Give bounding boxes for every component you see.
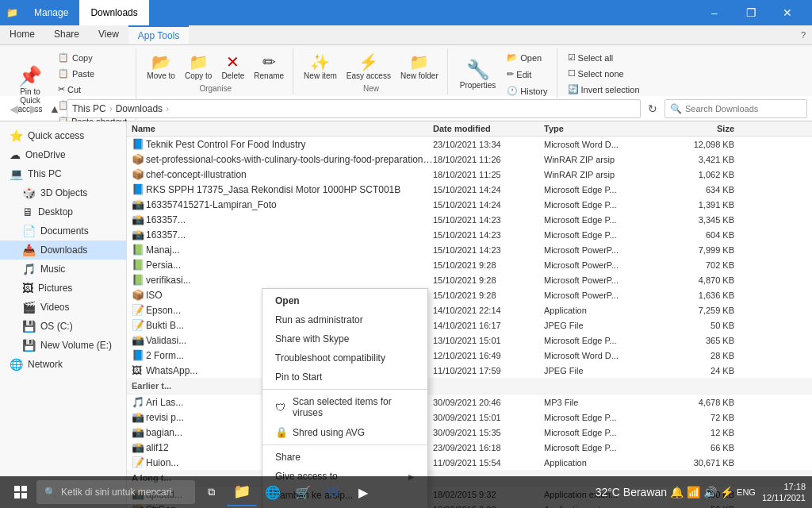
start-button[interactable] (6, 478, 35, 506)
ctx-share[interactable]: Share (262, 448, 427, 467)
taskbar-edge[interactable]: 🌐 (259, 478, 287, 506)
file-type: JPEG File (544, 366, 671, 375)
table-row[interactable]: 📘 RKS SPPH 17375_Jasa Rekondisi Motor 10… (127, 182, 812, 197)
delete-button[interactable]: ✕ Delete (217, 50, 248, 83)
restore-button[interactable]: ❐ (733, 0, 769, 25)
forward-button[interactable]: ▶ (25, 100, 43, 117)
open-button[interactable]: 📂 Open (503, 50, 551, 65)
copy-to-button[interactable]: 📁 Copy to (181, 50, 216, 83)
sidebar-item-onedrive[interactable]: ☁ OneDrive (0, 145, 126, 164)
invert-selection-button[interactable]: 🔄 Invert selection (564, 82, 644, 97)
sidebar-item-documents[interactable]: 📄 Documents (0, 221, 126, 241)
table-row[interactable]: 📸 revisi p... 30/09/2021 15:01 Microsoft… (127, 410, 812, 425)
table-row[interactable]: 📝 Huion... 11/09/2021 15:54 Application … (127, 455, 812, 470)
copy-button[interactable]: 📋 Copy (54, 50, 131, 65)
refresh-button[interactable]: ↻ (644, 100, 661, 117)
easy-access-button[interactable]: ⚡ Easy access (343, 50, 395, 83)
table-row[interactable]: 📦 chef-concept-illustration 18/10/2021 1… (127, 167, 812, 182)
ctx-pin-start[interactable]: Pin to Start (262, 368, 427, 387)
taskbar-explorer[interactable]: 📁 (227, 478, 257, 506)
close-button[interactable]: ✕ (769, 0, 806, 25)
sidebar-item-osdrive[interactable]: 💾 OS (C:) (0, 317, 126, 336)
rename-button[interactable]: ✏ Rename (250, 50, 288, 83)
ribbon-tab-apptools[interactable]: App Tools (128, 25, 189, 44)
taskbar-time: 17:18 (762, 481, 806, 492)
ribbon-help[interactable]: ? (801, 25, 812, 44)
header-type[interactable]: Type (544, 124, 671, 133)
table-row[interactable]: 📸 bagian... 30/09/2021 15:35 Microsoft E… (127, 425, 812, 440)
header-name[interactable]: Name (132, 124, 433, 133)
file-type: MP3 File (544, 398, 671, 407)
taskbar-battery-icon[interactable]: ⚡ (720, 486, 733, 498)
sidebar-item-pictures[interactable]: 🖼 Pictures (0, 279, 126, 298)
move-to-button[interactable]: 📂 Move to (143, 50, 179, 83)
select-all-button[interactable]: ☑ Select all (564, 50, 644, 65)
sidebar-item-quickaccess[interactable]: ⭐ Quick access (0, 126, 126, 145)
table-row[interactable]: 📸 163357... 15/10/2021 14:23 Microsoft E… (127, 212, 812, 227)
edit-button[interactable]: ✏ Edit (503, 67, 551, 82)
history-button[interactable]: 🕐 History (503, 83, 551, 98)
sidebar-item-network[interactable]: 🌐 Network (0, 355, 126, 374)
table-row[interactable]: 📝 Epson... 14/10/2021 22:14 Application … (127, 302, 812, 318)
table-row[interactable]: 📗 verifikasi... 15/10/2021 9:28 Microsof… (127, 272, 812, 287)
sidebar-item-thispc[interactable]: 💻 This PC (0, 164, 126, 183)
ctx-open[interactable]: Open (262, 291, 427, 310)
sidebar-item-videos[interactable]: 🎬 Videos (0, 298, 126, 317)
table-row[interactable]: 📦 set-professional-cooks-with-culinary-t… (127, 152, 812, 167)
taskbar-search-bar[interactable]: 🔍 (36, 480, 195, 504)
file-icon: 📗 (132, 259, 146, 271)
select-none-button[interactable]: ☐ Select none (564, 66, 644, 81)
header-date[interactable]: Date modified (433, 124, 544, 133)
ribbon-tab-share[interactable]: Share (44, 25, 89, 44)
table-row[interactable]: 📘 2 Form... 12/10/2021 16:49 Microsoft W… (127, 348, 812, 363)
ctx-share-skype[interactable]: Share with Skype (262, 329, 427, 348)
table-row[interactable]: 📗 Manaj... 15/10/2021 14:23 Microsoft Po… (127, 242, 812, 257)
taskbar-search-input[interactable] (61, 487, 187, 498)
tab-downloads[interactable]: Downloads (79, 0, 148, 25)
table-row[interactable]: 📘 Teknik Pest Control For Food Industry … (127, 137, 812, 152)
paste-button[interactable]: 📋 Paste (54, 66, 131, 81)
table-row[interactable]: 📝 Bukti B... 14/10/2021 16:17 JPEG File … (127, 318, 812, 333)
table-row[interactable]: 📸 alif12 23/09/2021 16:18 Microsoft Edge… (127, 440, 812, 455)
cut-button[interactable]: ✂ Cut (54, 82, 131, 97)
sidebar-label-videos: Videos (40, 302, 69, 313)
taskbar-taskview[interactable]: ⧉ (197, 478, 225, 506)
table-row[interactable]: 🖼 WhatsApp... 11/10/2021 17:59 JPEG File… (127, 363, 812, 378)
file-type: Application (544, 458, 671, 468)
new-item-button[interactable]: ✨ New item (300, 50, 341, 83)
minimize-button[interactable]: – (696, 0, 733, 25)
table-row[interactable]: 📸 163357... 15/10/2021 14:23 Microsoft E… (127, 227, 812, 242)
header-size[interactable]: Size (671, 124, 734, 133)
file-type: Microsoft Word D... (544, 351, 671, 360)
ctx-run-as-admin[interactable]: Run as administrator (262, 310, 427, 329)
properties-button[interactable]: 🔧 Properties (454, 56, 502, 93)
ctx-troubleshoot[interactable]: Troubleshoot compatibility (262, 348, 427, 368)
sidebar-item-desktop[interactable]: 🖥 Desktop (0, 202, 126, 221)
taskbar-notification-icon[interactable]: 🔔 (670, 486, 684, 498)
table-row[interactable]: 📸 Validasi... 13/10/2021 15:01 Microsoft… (127, 333, 812, 348)
new-folder-button[interactable]: 📁 New folder (396, 50, 442, 83)
breadcrumb[interactable]: This PC › Downloads › (67, 99, 641, 118)
sidebar-item-3dobjects[interactable]: 🎲 3D Objects (0, 183, 126, 202)
taskbar-sound-icon[interactable]: 🔊 (703, 486, 717, 498)
search-bar[interactable]: 🔍 (665, 99, 807, 118)
search-input[interactable] (685, 104, 802, 114)
ribbon-tab-view[interactable]: View (89, 25, 128, 44)
sidebar-item-downloads[interactable]: 📥 Downloads (0, 241, 126, 260)
ctx-scan-viruses[interactable]: 🛡 Scan selected items for viruses (262, 392, 427, 422)
up-button[interactable]: ▲ (46, 100, 63, 117)
taskbar-word[interactable]: W (319, 478, 347, 506)
table-row[interactable]: 🎵 Ari Las... 30/09/2021 20:46 MP3 File 4… (127, 394, 812, 410)
sidebar-item-music[interactable]: 🎵 Music (0, 260, 126, 279)
taskbar-app5[interactable]: ▶ (349, 478, 377, 506)
ctx-shred-avg[interactable]: 🔒 Shred using AVG (262, 422, 427, 442)
taskbar-network-icon[interactable]: 📶 (687, 486, 700, 498)
tab-manage[interactable]: Manage (23, 0, 79, 25)
ribbon-tab-home[interactable]: Home (0, 25, 44, 44)
back-button[interactable]: ◀ (5, 100, 22, 117)
table-row[interactable]: 📗 Persia... 15/10/2021 9:28 Microsoft Po… (127, 257, 812, 272)
table-row[interactable]: 📦 ISO 15/10/2021 9:28 Microsoft PowerP..… (127, 287, 812, 302)
taskbar-store[interactable]: 🛒 (289, 478, 317, 506)
sidebar-item-newvolume[interactable]: 💾 New Volume (E:) (0, 336, 126, 355)
table-row[interactable]: 📸 163357415271-Lampiran_Foto 15/10/2021 … (127, 197, 812, 212)
